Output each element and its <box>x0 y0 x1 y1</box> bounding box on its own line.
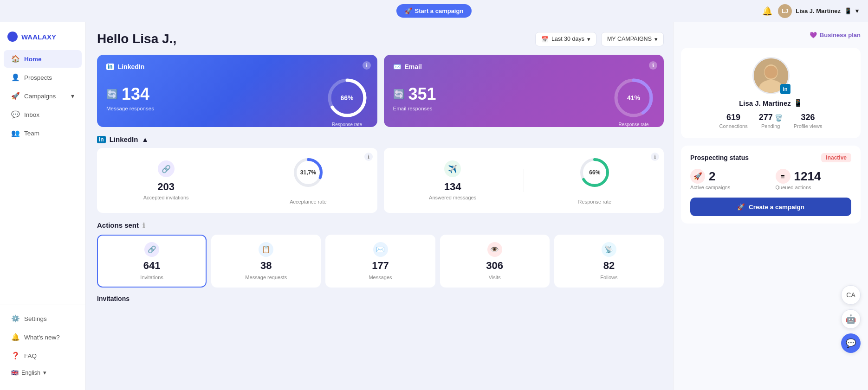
business-plan-link[interactable]: 💜 Business plan <box>681 32 861 38</box>
chevron-down-icon: ▾ <box>43 369 46 376</box>
accepted-invitations-number: 203 <box>157 181 175 193</box>
email-rate-pct: 41% <box>627 94 640 102</box>
linkedin-response-rate-chart: 66% Response rate <box>326 77 368 119</box>
invitations-section-title: Invitations <box>97 295 664 302</box>
actions-cards-row: 🔗 641 Invitations 📋 38 Message requests … <box>97 235 664 288</box>
home-icon: 🏠 <box>11 55 19 63</box>
email-response-rate-chart: 41% Response rate <box>613 77 654 119</box>
logo: WAALAXY <box>0 28 85 49</box>
email-responses-stat: 🔄 351 Email responses <box>393 84 436 111</box>
invitations-label: Invitations <box>140 275 163 280</box>
sidebar-item-label: Prospects <box>24 74 52 81</box>
sidebar-item-label: Team <box>24 130 39 137</box>
prospecting-card: Prospecting status Inactive 🚀 2 Active c… <box>681 146 861 224</box>
actions-sent-info-icon[interactable]: ℹ <box>143 222 145 229</box>
active-campaigns-stat: 🚀 2 Active campaigns <box>690 169 766 190</box>
sidebar-item-home[interactable]: 🏠 Home <box>4 50 82 68</box>
email-icon: ✉️ <box>393 63 401 70</box>
answered-messages-label: Answered messages <box>429 195 476 200</box>
start-campaign-button[interactable]: 🚀 Start a campaign <box>396 4 472 18</box>
sidebar-item-label: FAQ <box>24 352 37 359</box>
chevron-down-icon: ▾ <box>855 7 859 14</box>
linkedin-stat-card: ℹ in LinkedIn 🔄 134 Message responses <box>97 55 377 127</box>
divider <box>237 169 237 192</box>
campaigns-filter-button[interactable]: MY CAMPAIGNS ▾ <box>601 32 664 46</box>
faq-icon: ❓ <box>11 352 19 360</box>
email-card-title: Email <box>405 63 422 70</box>
sidebar-item-inbox[interactable]: 💬 Inbox <box>4 106 82 123</box>
user-menu[interactable]: LJ Lisa J. Martinez 📱 ▾ <box>778 4 859 18</box>
linkedin-responses-stat: 🔄 134 Message responses <box>106 84 154 111</box>
prospecting-stats: 🚀 2 Active campaigns ≡ 1214 Queued actio… <box>690 169 851 190</box>
sidebar-item-label: Campaigns <box>24 93 56 100</box>
calendar-icon: 📅 <box>541 36 549 43</box>
profile-views-number: 326 <box>801 113 815 122</box>
messages-label: Messages <box>369 275 392 280</box>
user-name-label: Lisa J. Martinez <box>796 7 841 14</box>
sidebar-item-settings[interactable]: ⚙️ Settings <box>4 310 82 327</box>
messages-icon: ✉️ <box>373 242 388 257</box>
email-card-header: ✉️ Email <box>393 63 655 70</box>
follows-icon: 📡 <box>602 242 616 257</box>
pending-label: Pending <box>761 123 780 129</box>
profile-views-label: Profile views <box>794 123 823 129</box>
sidebar-item-campaigns[interactable]: 🚀 Campaigns ▾ <box>4 87 82 105</box>
active-campaigns-label: Active campaigns <box>690 185 766 190</box>
queue-stat-icon: ≡ <box>776 169 790 184</box>
action-card-invitations[interactable]: 🔗 641 Invitations <box>97 235 207 288</box>
create-campaign-button[interactable]: 🚀 Create a campaign <box>690 198 851 216</box>
sidebar-nav: 🏠 Home 👤 Prospects 🚀 Campaigns ▾ 💬 Inbox… <box>0 49 85 305</box>
trash-icon: 🗑️ <box>775 114 783 121</box>
linkedin-rate-pct: 66% <box>340 94 353 102</box>
period-filter-button[interactable]: 📅 Last 30 days ▾ <box>535 32 596 46</box>
refresh-icon: 🔄 <box>393 89 405 100</box>
info-icon[interactable]: ℹ <box>364 153 373 161</box>
message-requests-label: Message requests <box>245 275 287 280</box>
inbox-icon: 💬 <box>11 110 19 119</box>
follows-label: Follows <box>600 275 617 280</box>
sidebar-item-faq[interactable]: ❓ FAQ <box>4 347 82 364</box>
accepted-invitations-label: Accepted invitations <box>143 195 189 200</box>
active-campaigns-number: 2 <box>709 169 715 184</box>
start-campaign-label: Start a campaign <box>415 7 464 14</box>
sidebar-item-team[interactable]: 👥 Team <box>4 124 82 142</box>
svg-point-11 <box>764 66 777 79</box>
float-button-2[interactable]: 🤖 <box>841 309 861 329</box>
main-layout: WAALAXY 🏠 Home 👤 Prospects 🚀 Campaigns ▾… <box>0 22 868 390</box>
logo-circle <box>7 32 18 42</box>
sidebar-item-label: Home <box>24 56 42 63</box>
linkedin-profile-badge: in <box>780 84 790 94</box>
info-icon[interactable]: ℹ <box>363 61 371 70</box>
messages-section-card: ℹ ✈️ 134 Answered messages <box>384 148 664 213</box>
action-card-messages[interactable]: ✉️ 177 Messages <box>325 235 435 288</box>
chat-button[interactable]: 💬 <box>841 333 861 353</box>
sidebar-item-prospects[interactable]: 👤 Prospects <box>4 69 82 86</box>
linkedin-responses-label: Message responses <box>106 106 154 111</box>
crown-icon: 💜 <box>810 32 817 38</box>
action-card-message-requests[interactable]: 📋 38 Message requests <box>211 235 321 288</box>
floating-buttons: CA 🤖 💬 <box>841 285 861 353</box>
action-card-visits[interactable]: 👁️ 306 Visits <box>440 235 550 288</box>
info-icon[interactable]: ℹ <box>651 153 659 161</box>
pending-number: 277 🗑️ <box>759 113 783 122</box>
chevron-down-icon: ▾ <box>587 36 590 43</box>
sidebar-item-label: Inbox <box>24 111 39 118</box>
profile-stats: 619 Connections 277 🗑️ Pending 326 Profi… <box>690 113 851 129</box>
profile-avatar-wrap: in <box>752 57 790 94</box>
linkedin-card-body: 🔄 134 Message responses 66% Response rat… <box>106 77 368 119</box>
email-responses-label: Email responses <box>393 106 436 111</box>
topbar-right: 🔔 LJ Lisa J. Martinez 📱 ▾ <box>762 4 859 18</box>
page-header: Hello Lisa J., 📅 Last 30 days ▾ MY CAMPA… <box>97 32 664 46</box>
language-selector[interactable]: 🇬🇧 English ▾ <box>4 365 82 380</box>
action-card-follows[interactable]: 📡 82 Follows <box>554 235 664 288</box>
language-label: English <box>21 370 40 376</box>
info-icon[interactable]: ℹ <box>649 61 657 70</box>
connections-stat: 619 Connections <box>719 113 748 129</box>
collapse-icon[interactable]: ▲ <box>142 135 149 143</box>
float-button-1[interactable]: CA <box>841 285 861 305</box>
divider <box>524 169 524 192</box>
notification-bell-icon[interactable]: 🔔 <box>762 6 772 16</box>
answered-messages-number: 134 <box>444 181 461 193</box>
sidebar-item-whats-new[interactable]: 🔔 What's new? <box>4 328 82 346</box>
messages-response-rate-chart: 66% <box>578 156 611 189</box>
